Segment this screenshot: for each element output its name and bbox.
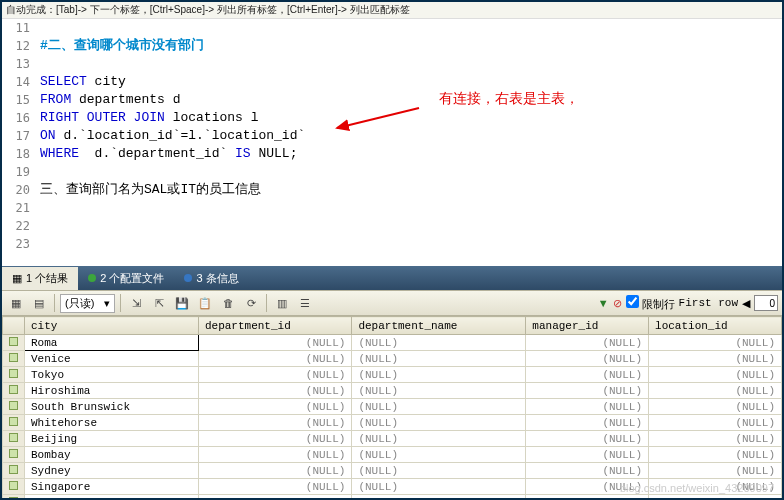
cell-dept-name[interactable]: (NULL) <box>352 415 526 431</box>
cell-loc-id[interactable]: (NULL) <box>649 431 782 447</box>
row-marker[interactable] <box>3 431 25 447</box>
table-row[interactable]: Hiroshima(NULL)(NULL)(NULL)(NULL) <box>3 383 782 399</box>
table-row[interactable]: Bombay(NULL)(NULL)(NULL)(NULL) <box>3 447 782 463</box>
cell-city[interactable]: Singapore <box>25 479 199 495</box>
cell-city[interactable]: South Brunswick <box>25 399 199 415</box>
row-marker[interactable] <box>3 447 25 463</box>
cell-loc-id[interactable]: (NULL) <box>649 495 782 501</box>
cell-dept-id[interactable]: (NULL) <box>198 463 351 479</box>
table-row[interactable]: Roma(NULL)(NULL)(NULL)(NULL) <box>3 335 782 351</box>
cell-city[interactable]: Whitehorse <box>25 415 199 431</box>
row-marker[interactable] <box>3 399 25 415</box>
first-row-input[interactable] <box>754 295 778 311</box>
cell-dept-name[interactable]: (NULL) <box>352 399 526 415</box>
cell-loc-id[interactable]: (NULL) <box>649 399 782 415</box>
cell-city[interactable]: Beijing <box>25 431 199 447</box>
cell-loc-id[interactable]: (NULL) <box>649 335 782 351</box>
cell-mgr-id[interactable]: (NULL) <box>526 463 649 479</box>
row-marker[interactable] <box>3 479 25 495</box>
col-city[interactable]: city <box>25 317 199 335</box>
prev-page-icon[interactable]: ◀ <box>742 297 750 310</box>
cell-city[interactable]: Tokyo <box>25 367 199 383</box>
cell-mgr-id[interactable]: (NULL) <box>526 431 649 447</box>
cell-loc-id[interactable]: (NULL) <box>649 383 782 399</box>
row-marker[interactable] <box>3 351 25 367</box>
cell-mgr-id[interactable]: (NULL) <box>526 351 649 367</box>
rows-icon[interactable]: ☰ <box>295 293 315 313</box>
cell-mgr-id[interactable]: (NULL) <box>526 335 649 351</box>
cell-dept-id[interactable]: (NULL) <box>198 415 351 431</box>
cell-mgr-id[interactable]: (NULL) <box>526 383 649 399</box>
table-row[interactable]: Sydney(NULL)(NULL)(NULL)(NULL) <box>3 463 782 479</box>
cell-mgr-id[interactable]: (NULL) <box>526 415 649 431</box>
cell-dept-id[interactable]: (NULL) <box>198 447 351 463</box>
cell-mgr-id[interactable]: (NULL) <box>526 367 649 383</box>
row-marker[interactable] <box>3 495 25 501</box>
cell-mgr-id[interactable]: (NULL) <box>526 447 649 463</box>
tab-messages[interactable]: 3 条信息 <box>174 267 248 290</box>
table-row[interactable]: Singapore(NULL)(NULL)(NULL)(NULL) <box>3 479 782 495</box>
cell-city[interactable]: Stretford <box>25 495 199 501</box>
tab-results[interactable]: ▦ 1 个结果 <box>2 267 78 290</box>
cell-loc-id[interactable]: (NULL) <box>649 367 782 383</box>
delete-icon[interactable]: 🗑 <box>218 293 238 313</box>
cell-mgr-id[interactable]: (NULL) <box>526 479 649 495</box>
cell-dept-id[interactable]: (NULL) <box>198 367 351 383</box>
cell-dept-name[interactable]: (NULL) <box>352 335 526 351</box>
table-row[interactable]: Whitehorse(NULL)(NULL)(NULL)(NULL) <box>3 415 782 431</box>
cell-mgr-id[interactable]: (NULL) <box>526 399 649 415</box>
table-row[interactable]: South Brunswick(NULL)(NULL)(NULL)(NULL) <box>3 399 782 415</box>
col-location-id[interactable]: location_id <box>649 317 782 335</box>
code-area[interactable]: #二、查询哪个城市没有部门 SELECT city FROM departmen… <box>34 19 782 266</box>
cell-city[interactable]: Bombay <box>25 447 199 463</box>
form-view-icon[interactable]: ▤ <box>29 293 49 313</box>
row-marker[interactable] <box>3 415 25 431</box>
cell-dept-id[interactable]: (NULL) <box>198 383 351 399</box>
filter-icon[interactable]: ▼ <box>598 297 609 309</box>
cell-loc-id[interactable]: (NULL) <box>649 415 782 431</box>
save-icon[interactable]: 💾 <box>172 293 192 313</box>
cell-loc-id[interactable]: (NULL) <box>649 447 782 463</box>
cell-dept-name[interactable]: (NULL) <box>352 383 526 399</box>
col-department-id[interactable]: department_id <box>198 317 351 335</box>
cell-dept-id[interactable]: (NULL) <box>198 431 351 447</box>
col-manager-id[interactable]: manager_id <box>526 317 649 335</box>
table-row[interactable]: Venice(NULL)(NULL)(NULL)(NULL) <box>3 351 782 367</box>
tab-profiles[interactable]: 2 个配置文件 <box>78 267 174 290</box>
cell-loc-id[interactable]: (NULL) <box>649 463 782 479</box>
cell-dept-name[interactable]: (NULL) <box>352 431 526 447</box>
row-marker[interactable] <box>3 367 25 383</box>
edit-mode-select[interactable]: (只读)▾ <box>60 294 115 313</box>
cell-mgr-id[interactable]: (NULL) <box>526 495 649 501</box>
row-marker[interactable] <box>3 335 25 351</box>
row-marker-header[interactable] <box>3 317 25 335</box>
cell-loc-id[interactable]: (NULL) <box>649 479 782 495</box>
cell-loc-id[interactable]: (NULL) <box>649 351 782 367</box>
cell-city[interactable]: Sydney <box>25 463 199 479</box>
table-row[interactable]: Beijing(NULL)(NULL)(NULL)(NULL) <box>3 431 782 447</box>
cell-city[interactable]: Roma <box>25 335 199 351</box>
table-row[interactable]: Tokyo(NULL)(NULL)(NULL)(NULL) <box>3 367 782 383</box>
refresh-icon[interactable]: ⟳ <box>241 293 261 313</box>
import-icon[interactable]: ⇱ <box>149 293 169 313</box>
cell-city[interactable]: Venice <box>25 351 199 367</box>
cell-dept-name[interactable]: (NULL) <box>352 463 526 479</box>
cell-dept-name[interactable]: (NULL) <box>352 479 526 495</box>
cell-dept-name[interactable]: (NULL) <box>352 351 526 367</box>
cell-city[interactable]: Hiroshima <box>25 383 199 399</box>
cell-dept-name[interactable]: (NULL) <box>352 447 526 463</box>
row-marker[interactable] <box>3 383 25 399</box>
copy-icon[interactable]: 📋 <box>195 293 215 313</box>
cell-dept-id[interactable]: (NULL) <box>198 399 351 415</box>
cell-dept-id[interactable]: (NULL) <box>198 351 351 367</box>
results-grid[interactable]: city department_id department_name manag… <box>2 316 782 500</box>
cell-dept-name[interactable]: (NULL) <box>352 495 526 501</box>
table-row[interactable]: Stretford(NULL)(NULL)(NULL)(NULL) <box>3 495 782 501</box>
limit-rows-check[interactable]: 限制行 <box>626 295 675 312</box>
cell-dept-id[interactable]: (NULL) <box>198 479 351 495</box>
reset-filter-icon[interactable]: ⊘ <box>613 297 622 310</box>
col-department-name[interactable]: department_name <box>352 317 526 335</box>
sql-editor[interactable]: 111213 141516 171819 202122 23 #二、查询哪个城市… <box>2 19 782 266</box>
row-marker[interactable] <box>3 463 25 479</box>
cell-dept-name[interactable]: (NULL) <box>352 367 526 383</box>
